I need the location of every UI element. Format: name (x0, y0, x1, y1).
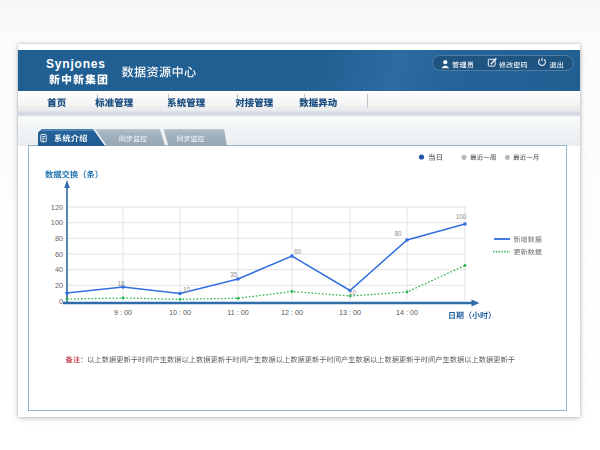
svg-text:60: 60 (294, 248, 302, 255)
svg-text:80: 80 (55, 234, 63, 243)
svg-text:18: 18 (117, 280, 125, 287)
svg-text:100: 100 (51, 218, 63, 227)
svg-text:14 : 00: 14 : 00 (396, 308, 418, 317)
svg-text:0: 0 (59, 297, 63, 306)
svg-text:11 : 00: 11 : 00 (227, 308, 248, 317)
svg-text:100: 100 (456, 213, 467, 220)
svg-text:12 : 00: 12 : 00 (281, 308, 303, 317)
svg-text:80: 80 (394, 230, 402, 237)
svg-text:35: 35 (230, 271, 238, 278)
svg-text:10 : 00: 10 : 00 (169, 308, 191, 317)
svg-text:40: 40 (55, 265, 63, 274)
svg-text:10: 10 (349, 289, 357, 296)
svg-text:120: 120 (51, 203, 63, 212)
svg-text:13 : 00: 13 : 00 (339, 308, 361, 317)
svg-text:60: 60 (55, 250, 63, 259)
svg-text:20: 20 (55, 281, 63, 290)
svg-text:9 : 00: 9 : 00 (114, 308, 132, 317)
svg-text:10: 10 (183, 286, 191, 293)
